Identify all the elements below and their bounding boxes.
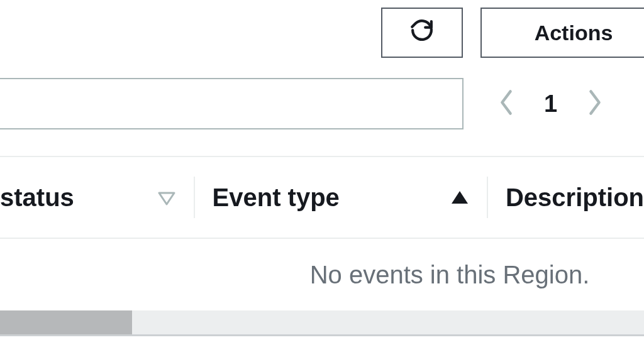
panel-divider (0, 334, 644, 336)
sort-outline-icon (157, 189, 176, 206)
pagination-next[interactable] (582, 86, 608, 121)
refresh-button[interactable] (381, 8, 463, 58)
svg-marker-1 (452, 191, 468, 204)
table-header-row: status Event type Description (0, 157, 644, 238)
refresh-icon (409, 17, 435, 48)
column-header-event-type-label: Event type (213, 184, 340, 212)
column-header-description-label: Description (506, 184, 644, 212)
pagination: 1 (494, 86, 608, 121)
pagination-current: 1 (544, 90, 557, 118)
column-header-event-type[interactable]: Event type (195, 177, 487, 218)
column-header-description[interactable]: Description (488, 177, 644, 218)
column-header-status[interactable]: status (0, 177, 194, 218)
sort-asc-icon (450, 189, 469, 206)
actions-button[interactable]: Actions (480, 8, 644, 58)
table-empty-message: No events in this Region. (128, 261, 644, 289)
chevron-left-icon (497, 89, 515, 119)
horizontal-scrollbar-thumb[interactable] (0, 310, 132, 334)
table-body: No events in this Region. (0, 239, 644, 310)
filter-input[interactable] (0, 78, 464, 129)
actions-button-label: Actions (535, 21, 613, 45)
pagination-prev[interactable] (494, 86, 519, 121)
column-header-status-label: status (0, 184, 74, 212)
chevron-right-icon (586, 89, 604, 119)
horizontal-scrollbar-track[interactable] (0, 310, 644, 334)
svg-marker-0 (159, 193, 174, 204)
